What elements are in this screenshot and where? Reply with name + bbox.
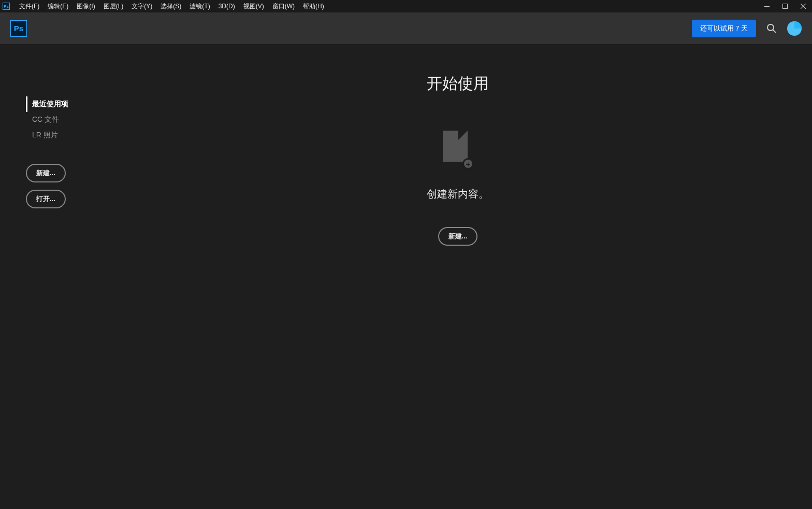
trial-button[interactable]: 还可以试用 7 天 — [692, 20, 756, 37]
welcome-title: 开始使用 — [427, 73, 489, 94]
svg-rect-1 — [782, 4, 787, 9]
sidebar-open-button[interactable]: 打开... — [26, 190, 66, 208]
svg-point-4 — [767, 24, 774, 31]
menu-filter[interactable]: 滤镜(T) — [185, 0, 214, 12]
menu-view[interactable]: 视图(V) — [239, 0, 268, 12]
content-new-button[interactable]: 新建... — [438, 227, 478, 246]
svg-line-5 — [773, 30, 776, 33]
topbar: Ps 还可以试用 7 天 — [0, 12, 812, 45]
menu-layer[interactable]: 图层(L) — [99, 0, 128, 12]
menu-help[interactable]: 帮助(H) — [299, 0, 328, 12]
search-button[interactable] — [765, 22, 778, 35]
menubar: 文件(F) 编辑(E) 图像(I) 图层(L) 文字(Y) 选择(S) 滤镜(T… — [15, 0, 328, 12]
sidebar-item-cc-files[interactable]: CC 文件 — [26, 112, 104, 128]
sidebar-buttons: 新建... 打开... — [26, 164, 104, 208]
menu-select[interactable]: 选择(S) — [156, 0, 185, 12]
titlebar: Ps 文件(F) 编辑(E) 图像(I) 图层(L) 文字(Y) 选择(S) 滤… — [0, 0, 812, 12]
menu-type[interactable]: 文字(Y) — [127, 0, 156, 12]
ps-logo-text: Ps — [14, 24, 23, 33]
sidebar-item-recent[interactable]: 最近使用项 — [26, 96, 104, 112]
new-document-icon: + — [443, 131, 473, 169]
menu-file[interactable]: 文件(F) — [15, 0, 44, 12]
sidebar-new-button[interactable]: 新建... — [26, 164, 66, 182]
avatar[interactable] — [787, 21, 802, 36]
window-controls — [758, 0, 812, 12]
sidebar-item-lr-photos[interactable]: LR 照片 — [26, 128, 104, 143]
menu-window[interactable]: 窗口(W) — [268, 0, 299, 12]
create-new-text: 创建新内容。 — [427, 187, 489, 201]
topbar-right: 还可以试用 7 天 — [692, 20, 802, 37]
sidebar-list: 最近使用项 CC 文件 LR 照片 — [26, 96, 104, 143]
ps-logo[interactable]: Ps — [10, 20, 27, 37]
close-button[interactable] — [794, 0, 812, 12]
sidebar: 最近使用项 CC 文件 LR 照片 新建... 打开... — [0, 45, 104, 509]
maximize-button[interactable] — [776, 0, 794, 12]
app-icon-small: Ps — [3, 3, 10, 10]
search-icon — [766, 23, 777, 34]
minimize-button[interactable] — [758, 0, 776, 12]
minimize-icon — [764, 6, 770, 7]
menu-edit[interactable]: 编辑(E) — [44, 0, 72, 12]
content: 开始使用 + 创建新内容。 新建... — [104, 45, 812, 509]
main: 最近使用项 CC 文件 LR 照片 新建... 打开... 开始使用 + 创建新… — [0, 45, 812, 509]
svg-rect-0 — [764, 6, 770, 7]
close-icon — [801, 4, 806, 9]
maximize-icon — [782, 4, 788, 9]
menu-3d[interactable]: 3D(D) — [214, 0, 239, 12]
menu-image[interactable]: 图像(I) — [72, 0, 99, 12]
plus-icon: + — [462, 158, 474, 169]
